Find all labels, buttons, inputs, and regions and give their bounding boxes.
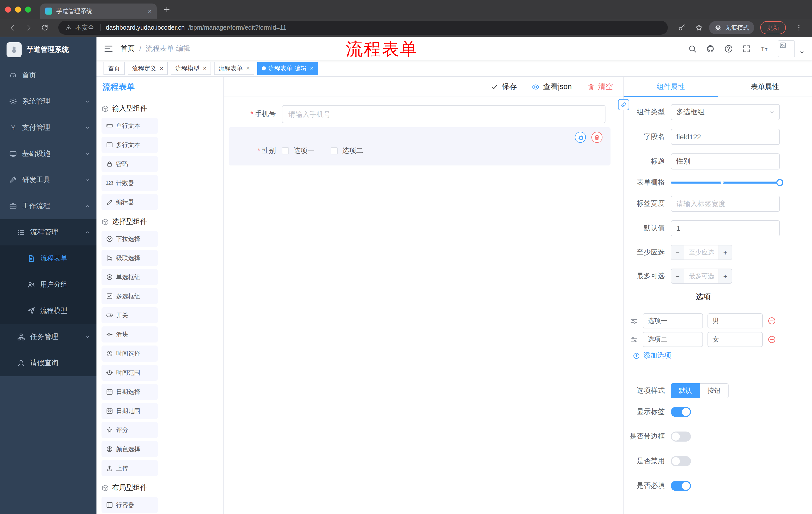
address-bar[interactable]: 不安全 dashboard.yudao.iocoder.cn/bpm/manag…: [58, 21, 668, 35]
update-browser-button[interactable]: 更新: [760, 21, 786, 34]
min-increase-button[interactable]: +: [719, 245, 732, 260]
sidebar-item-leave-query[interactable]: 请假查询: [0, 350, 96, 376]
component-row-container[interactable]: 行容器: [102, 497, 158, 513]
component-checkbox-group[interactable]: 多选框组: [102, 288, 158, 304]
slider-handle[interactable]: [776, 179, 783, 186]
form-canvas[interactable]: 手机号 性别 选项一 选项二: [224, 97, 623, 514]
drag-handle-icon[interactable]: [630, 317, 638, 325]
forward-button[interactable]: [22, 21, 35, 34]
required-switch[interactable]: [671, 481, 691, 491]
component-radio-group[interactable]: 单选框组: [102, 269, 158, 285]
component-password[interactable]: 密码: [102, 156, 158, 172]
tag-close-icon[interactable]: ×: [203, 65, 206, 72]
minimize-window-button[interactable]: [15, 6, 21, 12]
remove-option-icon[interactable]: [767, 316, 776, 325]
option-label-input[interactable]: [643, 332, 703, 347]
avatar-dropdown-caret[interactable]: [799, 49, 805, 55]
browser-tab[interactable]: 芋道管理系统 ×: [40, 3, 157, 19]
sidebar-item-process-model[interactable]: 流程模型: [0, 298, 96, 324]
style-default-button[interactable]: 默认: [671, 383, 700, 398]
gender-option-2-checkbox[interactable]: 选项二: [330, 146, 363, 155]
style-button-button[interactable]: 按钮: [700, 383, 729, 398]
new-tab-button[interactable]: [163, 5, 171, 13]
component-switch[interactable]: 开关: [102, 307, 158, 323]
fullscreen-button[interactable]: [738, 41, 755, 57]
tag-process-form[interactable]: 流程表单×: [214, 62, 254, 75]
max-count-input[interactable]: [685, 269, 719, 283]
option-value-input[interactable]: [707, 332, 763, 347]
font-size-button[interactable]: TT: [757, 41, 773, 57]
title-input[interactable]: [671, 154, 780, 169]
label-width-input[interactable]: [671, 196, 780, 212]
min-count-input[interactable]: [685, 245, 719, 260]
tab-form-props[interactable]: 表单属性: [718, 77, 812, 97]
sidebar-item-workflow[interactable]: 工作流程: [0, 193, 96, 219]
close-window-button[interactable]: [5, 6, 11, 12]
component-type-select[interactable]: 多选框组: [671, 104, 780, 120]
component-counter[interactable]: 123计数器: [102, 175, 158, 191]
sidebar-item-process-form[interactable]: 流程表单: [0, 245, 96, 272]
sidebar-item-user-group[interactable]: 用户分组: [0, 272, 96, 298]
app-logo[interactable]: 芋道管理系统: [0, 37, 96, 62]
security-label[interactable]: 不安全: [76, 23, 94, 32]
breadcrumb-home[interactable]: 首页: [121, 44, 135, 53]
zoom-window-button[interactable]: [25, 6, 31, 12]
show-label-switch[interactable]: [671, 407, 691, 417]
component-time-picker[interactable]: 时间选择: [102, 346, 158, 361]
clear-button[interactable]: 清空: [587, 82, 613, 91]
remove-option-icon[interactable]: [767, 335, 776, 344]
component-date-picker[interactable]: 日期选择: [102, 384, 158, 400]
sidebar-item-dev-tools[interactable]: 研发工具: [0, 167, 96, 193]
tag-process-model[interactable]: 流程模型×: [171, 62, 211, 75]
add-option-button[interactable]: 添加选项: [633, 351, 780, 360]
view-json-button[interactable]: 查看json: [532, 82, 572, 91]
max-decrease-button[interactable]: −: [671, 269, 685, 283]
sidebar-item-home[interactable]: 首页: [0, 62, 96, 88]
gender-option-1-checkbox[interactable]: 选项一: [282, 146, 315, 155]
canvas-field-phone[interactable]: 手机号: [229, 104, 610, 124]
password-key-button[interactable]: [675, 21, 689, 35]
delete-field-button[interactable]: [591, 132, 603, 143]
phone-input[interactable]: [282, 105, 606, 123]
option-value-input[interactable]: [707, 313, 763, 328]
component-slider[interactable]: 滑块: [102, 326, 158, 343]
option-label-input[interactable]: [643, 313, 703, 328]
browser-menu-button[interactable]: [792, 21, 806, 35]
tag-close-icon[interactable]: ×: [160, 65, 163, 72]
bookmark-star-button[interactable]: [692, 21, 706, 35]
copy-field-button[interactable]: [575, 132, 586, 143]
tag-close-icon[interactable]: ×: [246, 65, 250, 72]
component-rate[interactable]: 评分: [102, 422, 158, 438]
component-single-line-text[interactable]: 单行文本: [102, 118, 158, 134]
sidebar-item-payment-management[interactable]: ¥支付管理: [0, 115, 96, 141]
github-button[interactable]: [702, 41, 719, 57]
component-multi-line-text[interactable]: 多行文本: [102, 137, 158, 153]
field-name-input[interactable]: [671, 129, 780, 145]
tab-close-icon[interactable]: ×: [148, 7, 152, 15]
default-value-input[interactable]: [671, 220, 780, 236]
with-border-switch[interactable]: [671, 432, 691, 441]
component-select[interactable]: 下拉选择: [102, 231, 158, 247]
component-cascader[interactable]: 级联选择: [102, 250, 158, 266]
link-toggle-button[interactable]: [618, 99, 629, 110]
search-button[interactable]: [685, 41, 700, 57]
component-editor[interactable]: 编辑器: [102, 194, 158, 210]
back-button[interactable]: [6, 21, 19, 34]
component-color-picker[interactable]: 颜色选择: [102, 441, 158, 457]
sidebar-item-system-management[interactable]: 系统管理: [0, 88, 96, 115]
help-button[interactable]: [721, 41, 736, 57]
user-avatar[interactable]: [778, 40, 795, 57]
canvas-field-gender[interactable]: 性别 选项一 选项二: [229, 127, 610, 165]
sidebar-item-infrastructure[interactable]: 基础设施: [0, 141, 96, 167]
sidebar-toggle-button[interactable]: [104, 44, 114, 54]
save-button[interactable]: 保存: [491, 82, 517, 91]
disabled-switch[interactable]: [671, 456, 691, 466]
component-time-range[interactable]: 时间范围: [102, 364, 158, 381]
tab-component-props[interactable]: 组件属性: [624, 77, 718, 97]
sidebar-item-process-management[interactable]: 流程管理: [0, 219, 96, 245]
max-increase-button[interactable]: +: [719, 269, 732, 283]
component-upload[interactable]: 上传: [102, 460, 158, 476]
tag-process-form-edit[interactable]: 流程表单-编辑×: [257, 62, 318, 75]
form-grid-slider[interactable]: [671, 182, 780, 184]
drag-handle-icon[interactable]: [630, 335, 638, 344]
